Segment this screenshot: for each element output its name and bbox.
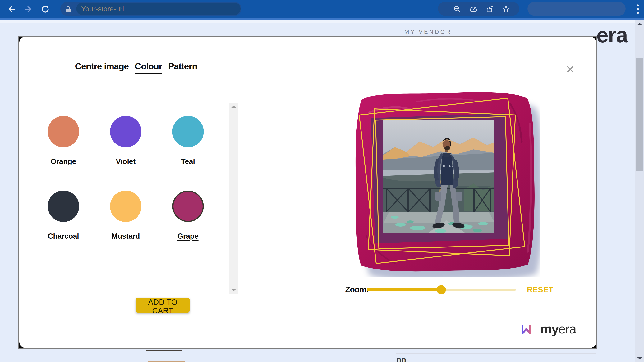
background-content-edge (146, 350, 182, 351)
colour-swatch-grid: Orange Violet Teal Charcoal Mustard Grap… (32, 116, 219, 240)
myera-brand: myera (521, 321, 576, 336)
swatch-teal[interactable]: Teal (172, 116, 204, 166)
modal-card: Centre image Colour Pattern ✕ Orange Vio… (19, 37, 596, 348)
svg-text:EK TEA: EK TEA (442, 164, 452, 167)
back-button[interactable] (6, 3, 17, 15)
reload-icon (40, 4, 50, 14)
swatch-circle-charcoal[interactable] (48, 191, 79, 222)
swatch-grape[interactable]: Grape (172, 191, 204, 240)
back-arrow-icon (6, 4, 16, 14)
brand-text-bold: my (540, 322, 558, 336)
secondary-search-box[interactable] (528, 2, 626, 16)
swatch-circle-grape[interactable] (172, 191, 204, 222)
site-logo-partial-text: era (596, 22, 628, 47)
background-divider (396, 353, 596, 354)
performance-gauge-button[interactable] (469, 4, 478, 13)
forward-arrow-icon (24, 4, 33, 14)
browser-menu-button[interactable] (634, 2, 642, 16)
share-button[interactable] (485, 4, 494, 13)
swatch-charcoal[interactable]: Charcoal (48, 191, 79, 240)
product-customizer-modal: Centre image Colour Pattern ✕ Orange Vio… (18, 36, 597, 349)
swatch-orange[interactable]: Orange (48, 116, 79, 166)
panel-scroll-up-arrow[interactable] (231, 106, 236, 108)
tab-centre-image[interactable]: Centre image (75, 61, 128, 73)
scrollbar-up-arrow[interactable] (637, 23, 642, 25)
bookmark-star-button[interactable] (502, 4, 510, 13)
browser-scrollbar[interactable] (635, 20, 644, 362)
zoom-slider[interactable] (367, 289, 516, 291)
swatch-circle-teal[interactable] (172, 116, 204, 147)
tab-pattern[interactable]: Pattern (168, 61, 197, 73)
swatch-circle-orange[interactable] (48, 116, 79, 147)
scrollbar-thumb[interactable] (636, 58, 643, 171)
myera-logo-icon (521, 322, 538, 336)
svg-text:ALTIT: ALTIT (444, 160, 451, 163)
swatch-circle-mustard[interactable] (110, 191, 142, 222)
swatch-panel-scrollbar[interactable] (229, 103, 238, 294)
reset-button[interactable]: RESET (527, 285, 553, 294)
forward-button[interactable] (22, 3, 34, 15)
swatch-circle-violet[interactable] (110, 116, 142, 147)
background-price-partial: 00 (396, 356, 406, 362)
browser-toolbar: Your-store-url (0, 0, 644, 20)
product-preview-pillow: ALTIT EK TEA (348, 83, 540, 277)
centre-photo: ALTIT EK TEA (383, 120, 494, 233)
reload-button[interactable] (40, 3, 51, 15)
brand-text-light: era (558, 322, 576, 336)
zoom-label: Zoom: (345, 285, 369, 294)
swatch-mustard[interactable]: Mustard (110, 191, 142, 240)
customizer-tabs: Centre image Colour Pattern (75, 61, 197, 73)
panel-scroll-down-arrow[interactable] (231, 289, 236, 291)
scrollbar-down-arrow[interactable] (637, 357, 642, 359)
close-icon[interactable]: ✕ (566, 64, 575, 75)
lock-icon (65, 5, 72, 13)
tab-colour[interactable]: Colour (135, 61, 162, 73)
bookmarks-strip (0, 20, 644, 23)
background-divider (384, 349, 384, 362)
url-text[interactable]: Your-store-url (81, 5, 124, 13)
zoom-slider-thumb[interactable] (436, 285, 446, 294)
background-content-edge (148, 361, 184, 362)
zoom-out-button[interactable] (453, 4, 462, 13)
myera-brand-text: myera (540, 321, 576, 336)
vendor-label: MY VENDOR (404, 29, 452, 35)
zoom-slider-fill (367, 288, 441, 291)
add-to-cart-button[interactable]: ADD TO CART (136, 298, 190, 313)
swatch-violet[interactable]: Violet (110, 116, 142, 166)
